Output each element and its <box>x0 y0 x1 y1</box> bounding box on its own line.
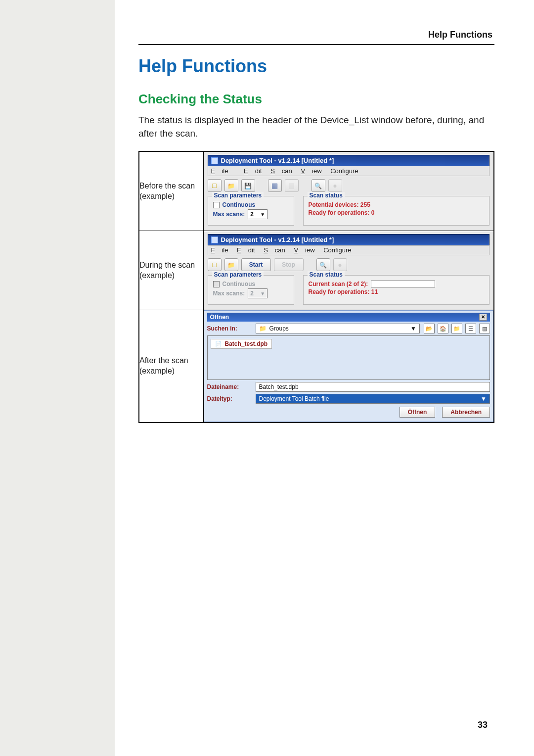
grid-icon <box>271 181 278 190</box>
max-scans-value: 2 <box>250 290 254 297</box>
menu-scan[interactable]: Scan <box>264 246 285 254</box>
open-button[interactable]: Öffnen <box>400 407 436 418</box>
chevron-down-icon: ▼ <box>260 291 265 296</box>
up-folder-icon[interactable]: 📂 <box>424 324 435 333</box>
look-in-select[interactable]: 📁Groups ▼ <box>256 324 420 333</box>
filename-value: Batch_test.dpb <box>259 383 299 390</box>
continuous-checkbox[interactable] <box>213 202 220 208</box>
filetype-value: Deployment Tool Batch file <box>259 395 329 402</box>
scan-progress-bar <box>371 281 435 287</box>
row-shot-before: Deployment Tool - v1.2.14 [Untitled *] F… <box>203 151 494 231</box>
continuous-checkbox <box>213 281 220 287</box>
file-item-label: Batch_test.dpb <box>225 340 268 347</box>
tb-find[interactable] <box>312 179 325 192</box>
save-icon <box>244 181 252 190</box>
file-icon <box>215 340 222 347</box>
menu-configure[interactable]: Configure <box>330 167 358 175</box>
window-title: Deployment Tool - v1.2.14 [Untitled *] <box>221 157 334 164</box>
scan-status-group: Scan status Potential devices: 255 Ready… <box>303 196 490 226</box>
menu-configure[interactable]: Configure <box>323 246 351 254</box>
filetype-select[interactable]: Deployment Tool Batch file ▼ <box>256 394 490 404</box>
chevron-down-icon: ▼ <box>260 212 265 217</box>
menu-scan[interactable]: Scan <box>270 167 292 175</box>
page-number: 33 <box>478 720 488 730</box>
tb-start[interactable]: Start <box>241 258 271 271</box>
running-header: Help Functions <box>138 30 494 40</box>
max-scans-select[interactable]: 2 ▼ <box>248 209 267 219</box>
app-icon <box>211 236 218 243</box>
scan-status-legend: Scan status <box>308 192 345 199</box>
menu-edit[interactable]: Edit <box>244 167 262 175</box>
cancel-button[interactable]: Abbrechen <box>442 407 490 418</box>
row-label-after: After the scan (example) <box>139 310 203 423</box>
max-scans-value: 2 <box>250 211 254 218</box>
section-subtitle: Checking the Status <box>138 92 494 107</box>
tb-open[interactable] <box>224 258 238 271</box>
app-icon <box>211 157 218 164</box>
file-list[interactable]: Batch_test.dpb <box>207 335 490 380</box>
binoculars-icon <box>314 181 322 190</box>
dialog-title: Öffnen <box>210 314 229 321</box>
details-view-icon[interactable]: ▤ <box>479 324 490 333</box>
tb-grid2 <box>285 179 299 192</box>
header-rule <box>138 44 494 45</box>
continuous-label: Continuous <box>222 201 256 208</box>
new-icon <box>212 260 216 269</box>
menu-bar: File Edit Scan View Configure <box>208 245 490 255</box>
left-margin-rail <box>0 0 115 756</box>
menu-view[interactable]: View <box>294 246 314 254</box>
filename-input[interactable]: Batch_test.dpb <box>256 382 490 392</box>
max-scans-label: Max scans: <box>213 290 245 297</box>
desktop-icon[interactable]: 🏠 <box>438 324 448 333</box>
status-potential-devices: Potential devices: 255 <box>309 201 370 208</box>
scan-parameters-legend: Scan parameters <box>212 271 264 278</box>
table-row: Before the scan (example) Deployment Too… <box>139 151 494 231</box>
row-shot-after: Öffnen ✕ Suchen in: 📁Groups ▼ 📂 🏠 <box>203 310 494 423</box>
menu-bar: File Edit Scan View Configure <box>208 166 490 176</box>
menu-file[interactable]: File <box>211 167 235 175</box>
row-shot-during: Deployment Tool - v1.2.14 [Untitled *] F… <box>203 231 494 310</box>
tb-stop-btn: Stop <box>274 258 304 271</box>
scan-status-legend: Scan status <box>308 271 345 278</box>
chevron-down-icon: ▼ <box>410 325 416 332</box>
table-row: After the scan (example) Öffnen ✕ Suchen… <box>139 310 494 423</box>
tb-save[interactable] <box>241 179 255 192</box>
menu-file[interactable]: File <box>211 246 228 254</box>
table-row: During the scan (example) Deployment Too… <box>139 231 494 310</box>
tb-new[interactable] <box>208 179 222 192</box>
row-label-during: During the scan (example) <box>139 231 203 310</box>
look-in-label: Suchen in: <box>207 325 252 332</box>
tb-grid[interactable] <box>268 179 282 192</box>
chevron-down-icon: ▼ <box>481 395 487 402</box>
list-view-icon[interactable]: ☰ <box>465 324 476 333</box>
new-icon <box>212 181 216 190</box>
menu-view[interactable]: View <box>301 167 321 175</box>
filename-label: Dateiname: <box>207 383 252 390</box>
page-title: Help Functions <box>138 56 494 77</box>
scan-parameters-legend: Scan parameters <box>212 192 264 199</box>
examples-table: Before the scan (example) Deployment Too… <box>138 151 494 423</box>
folder-icon: 📁 <box>259 325 267 332</box>
tb-stop <box>328 179 342 192</box>
max-scans-select: 2 ▼ <box>248 288 267 298</box>
status-ready-ops: Ready for operations: 11 <box>309 288 378 295</box>
scan-parameters-group: Scan parameters Continuous Max scans: 2 <box>208 196 294 226</box>
menu-edit[interactable]: Edit <box>237 246 255 254</box>
tb-stop <box>333 258 347 271</box>
close-icon[interactable]: ✕ <box>479 314 487 321</box>
file-item[interactable]: Batch_test.dpb <box>211 339 272 349</box>
open-icon <box>227 260 235 269</box>
window-titlebar: Deployment Tool - v1.2.14 [Untitled *] <box>208 155 490 166</box>
stop-icon <box>338 260 342 269</box>
binoculars-icon <box>319 260 327 269</box>
tb-open[interactable] <box>224 179 238 192</box>
new-folder-icon[interactable]: 📁 <box>451 324 462 333</box>
open-icon <box>227 181 235 190</box>
dialog-titlebar: Öffnen ✕ <box>207 313 490 322</box>
scan-status-group: Scan status Current scan (2 of 2): Ready… <box>303 275 490 305</box>
row-label-before: Before the scan (example) <box>139 151 203 231</box>
status-ready-ops: Ready for operations: 0 <box>309 209 375 216</box>
intro-paragraph: The status is displayed in the header of… <box>138 114 494 140</box>
tb-new[interactable] <box>208 258 222 271</box>
tb-find[interactable] <box>316 258 330 271</box>
